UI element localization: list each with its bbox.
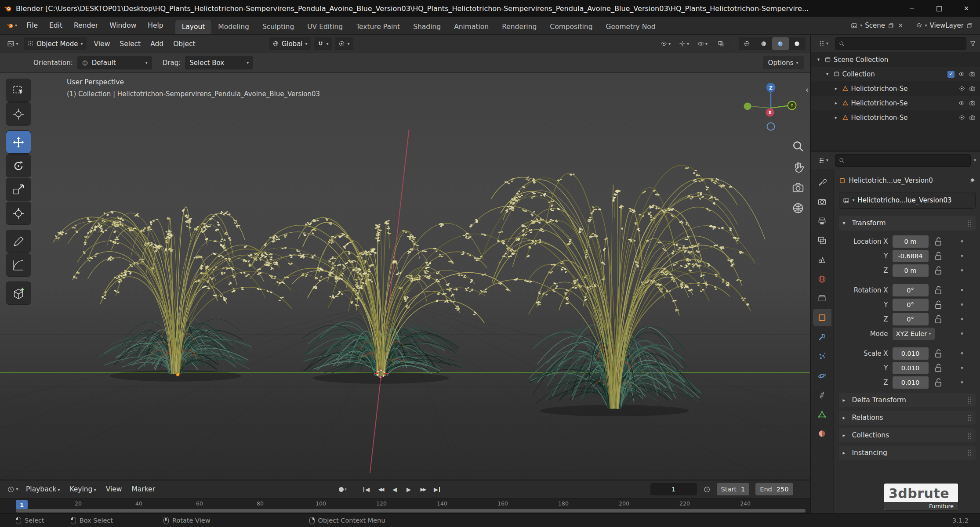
auto-keying-button[interactable]: ▾ bbox=[336, 483, 349, 495]
exclude-checkbox[interactable]: ✓ bbox=[947, 71, 955, 78]
next-keyframe-button[interactable]: ▶▶ bbox=[416, 483, 429, 495]
view-layer-selector[interactable]: ▾ ViewLayer bbox=[916, 22, 973, 29]
previous-keyframe-button[interactable]: ◀◀ bbox=[374, 483, 387, 495]
properties-particles-tab[interactable] bbox=[813, 347, 831, 365]
workspace-tab-sculpting[interactable]: Sculpting bbox=[256, 20, 301, 34]
properties-view-layer-tab[interactable] bbox=[813, 231, 831, 249]
close-button[interactable]: × bbox=[953, 0, 980, 17]
collapse-region-icon[interactable]: ‹ bbox=[806, 84, 809, 95]
lock-icon[interactable] bbox=[933, 314, 944, 325]
camera-render-icon[interactable] bbox=[969, 71, 976, 77]
eye-icon[interactable] bbox=[958, 114, 965, 121]
outliner-row[interactable]: ▾Collection✓ bbox=[811, 67, 980, 81]
panel-grip-icon[interactable]: ⣿ bbox=[967, 220, 972, 227]
play-button[interactable]: ▶ bbox=[402, 483, 415, 495]
collapsed-arrow-icon[interactable]: ▸ bbox=[833, 100, 839, 106]
workspace-tab-uv-editing[interactable]: UV Editing bbox=[301, 20, 349, 34]
cursor-tool-button[interactable] bbox=[6, 103, 31, 125]
shading-rendered-button[interactable] bbox=[789, 37, 806, 50]
animate-dot-icon[interactable]: • bbox=[960, 329, 964, 338]
gizmo-y-neg-axis[interactable] bbox=[744, 103, 751, 110]
viewport-canvas[interactable] bbox=[0, 73, 810, 480]
scene-selector[interactable]: ▾ Scene × bbox=[851, 22, 904, 29]
time-clock-icon[interactable] bbox=[703, 486, 711, 493]
section-instancing[interactable]: ▸Instancing⣿ bbox=[839, 446, 976, 460]
mode-dropdown[interactable]: Object Mode ▾ bbox=[24, 37, 87, 50]
shading-material-button[interactable] bbox=[772, 37, 789, 50]
rotate-tool-button[interactable] bbox=[6, 155, 31, 177]
lock-icon[interactable] bbox=[933, 285, 944, 296]
camera-render-icon[interactable] bbox=[969, 114, 976, 121]
viewport-menu-select[interactable]: Select bbox=[115, 40, 145, 48]
scale-tool-button[interactable] bbox=[6, 178, 31, 201]
animate-dot-icon[interactable]: • bbox=[960, 378, 964, 387]
field-value[interactable]: 0° bbox=[893, 299, 929, 311]
field-value[interactable]: 0.010 bbox=[893, 362, 929, 374]
timeline-editor-type-button[interactable]: ▾ bbox=[4, 483, 21, 496]
properties-constraints-tab[interactable] bbox=[813, 386, 831, 404]
zoom-icon[interactable] bbox=[791, 140, 805, 153]
field-value[interactable]: 0.010 bbox=[893, 347, 929, 360]
gizmos-dropdown[interactable]: ▾ bbox=[676, 37, 693, 50]
add-cube-tool-button[interactable] bbox=[6, 282, 31, 304]
collapsed-arrow-icon[interactable]: ▸ bbox=[833, 86, 839, 91]
animate-dot-icon[interactable]: • bbox=[960, 252, 964, 260]
viewport-menu-add[interactable]: Add bbox=[145, 40, 168, 48]
eye-icon[interactable] bbox=[958, 71, 965, 77]
panel-grip-icon[interactable]: ⣿ bbox=[967, 414, 972, 421]
lock-icon[interactable] bbox=[933, 363, 944, 373]
snap-toggle[interactable]: ▾ bbox=[314, 37, 332, 50]
properties-render-tab[interactable] bbox=[813, 193, 831, 210]
timeline-menu-marker[interactable]: Marker bbox=[127, 485, 160, 493]
play-reverse-button[interactable]: ◀ bbox=[388, 483, 401, 495]
workspace-tab-geometry-nod[interactable]: Geometry Nod bbox=[599, 20, 662, 34]
properties-editor-type-button[interactable]: ▾ bbox=[815, 154, 832, 167]
properties-collection-tab[interactable] bbox=[813, 289, 831, 307]
lock-icon[interactable] bbox=[933, 265, 944, 276]
properties-scene-tab[interactable] bbox=[813, 251, 831, 268]
panel-grip-icon[interactable]: ⣿ bbox=[967, 449, 972, 456]
section-delta-transform[interactable]: ▸Delta Transform⣿ bbox=[839, 393, 976, 407]
panel-grip-icon[interactable]: ⣿ bbox=[967, 397, 972, 404]
properties-object-data-tab[interactable] bbox=[813, 405, 831, 423]
eye-icon[interactable] bbox=[958, 85, 965, 92]
shading-wireframe-button[interactable] bbox=[739, 37, 755, 50]
animate-dot-icon[interactable]: • bbox=[960, 315, 964, 324]
current-frame-field[interactable]: 1 bbox=[650, 483, 697, 495]
properties-search-input[interactable] bbox=[835, 154, 971, 167]
options-dropdown[interactable]: Options ▾ bbox=[763, 56, 804, 69]
lock-icon[interactable] bbox=[933, 251, 944, 261]
shading-solid-button[interactable] bbox=[755, 37, 772, 50]
animate-dot-icon[interactable]: • bbox=[960, 349, 964, 358]
field-value[interactable]: 0 m bbox=[893, 264, 929, 277]
jump-to-end-button[interactable]: ▶ bbox=[430, 483, 443, 495]
overlays-dropdown[interactable]: ▾ bbox=[694, 37, 711, 50]
filter-funnel-icon[interactable] bbox=[969, 40, 976, 47]
animate-dot-icon[interactable]: • bbox=[960, 364, 964, 372]
lock-icon[interactable] bbox=[933, 236, 944, 247]
menu-render[interactable]: Render bbox=[68, 17, 104, 34]
menu-edit[interactable]: Edit bbox=[44, 17, 68, 34]
properties-modifiers-tab[interactable] bbox=[813, 328, 831, 346]
xray-toggle[interactable] bbox=[713, 37, 730, 50]
properties-physics-tab[interactable] bbox=[813, 367, 831, 384]
timeline-ruler[interactable]: 1 20406080100120140160180200220240 bbox=[0, 498, 810, 513]
lock-icon[interactable] bbox=[933, 377, 944, 388]
camera-render-icon[interactable] bbox=[969, 85, 976, 92]
properties-object-tab[interactable] bbox=[813, 309, 831, 326]
workspace-tab-rendering[interactable]: Rendering bbox=[495, 20, 543, 34]
eye-icon[interactable] bbox=[958, 100, 965, 106]
transform-orientation-dropdown[interactable]: Global ▾ bbox=[269, 37, 311, 50]
animate-dot-icon[interactable]: • bbox=[960, 286, 964, 295]
transform-tool-button[interactable] bbox=[6, 202, 31, 224]
object-name-field[interactable]: ▾ Helictotricho...lue_Version03 bbox=[839, 192, 976, 209]
section-collections[interactable]: ▸Collections⣿ bbox=[839, 428, 976, 442]
timeline-menu-playback[interactable]: Playback ▾ bbox=[21, 485, 65, 493]
ortho-toggle-icon[interactable] bbox=[791, 202, 805, 215]
orientation-setting-dropdown[interactable]: Default ▾ bbox=[77, 56, 152, 69]
field-value[interactable]: XYZ Euler▾ bbox=[893, 328, 935, 340]
outliner-row[interactable]: ▸Helictotrichon-Se bbox=[811, 81, 980, 96]
lock-icon[interactable] bbox=[933, 348, 944, 359]
timeline-scrollbar[interactable] bbox=[16, 509, 806, 513]
expanded-arrow-icon[interactable]: ▾ bbox=[824, 71, 831, 77]
